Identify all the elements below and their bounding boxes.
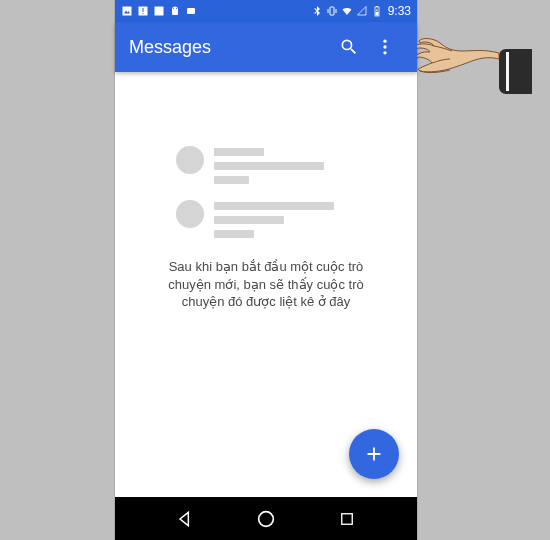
placeholder-avatar xyxy=(176,146,204,174)
recent-apps-button[interactable] xyxy=(327,499,367,539)
placeholder-row xyxy=(176,146,356,184)
back-icon xyxy=(175,509,195,529)
svg-point-6 xyxy=(173,8,174,9)
signal-icon xyxy=(356,5,368,17)
pointer-hand-illustration xyxy=(414,29,534,124)
wifi-icon xyxy=(341,5,353,17)
svg-point-17 xyxy=(383,51,386,54)
svg-rect-3 xyxy=(143,8,144,12)
svg-rect-5 xyxy=(155,7,164,16)
placeholder-line xyxy=(214,162,324,170)
svg-rect-19 xyxy=(341,513,352,524)
home-button[interactable] xyxy=(246,499,286,539)
navigation-bar xyxy=(115,497,417,540)
bluetooth-icon xyxy=(311,5,323,17)
app-title: Messages xyxy=(129,37,331,58)
battery-icon xyxy=(371,5,383,17)
placeholder-avatar xyxy=(176,200,204,228)
overflow-menu-button[interactable] xyxy=(367,29,403,65)
svg-rect-14 xyxy=(375,12,378,16)
recent-icon xyxy=(338,510,356,528)
status-time: 9:33 xyxy=(388,4,411,18)
app-bar: Messages xyxy=(115,22,417,72)
new-conversation-fab[interactable] xyxy=(349,429,399,479)
svg-point-18 xyxy=(259,511,274,526)
status-left-icons xyxy=(121,5,197,17)
svg-rect-4 xyxy=(143,13,144,14)
empty-state-illustration xyxy=(176,146,356,254)
picture-icon xyxy=(121,5,133,17)
svg-rect-8 xyxy=(187,8,195,14)
empty-state-message: Sau khi bạn bắt đầu một cuộc trò chuyện … xyxy=(151,258,381,311)
placeholder-line xyxy=(214,176,249,184)
warning-icon xyxy=(137,5,149,17)
home-icon xyxy=(255,508,277,530)
debug-icon xyxy=(185,5,197,17)
svg-rect-13 xyxy=(376,6,378,7)
svg-point-15 xyxy=(383,40,386,43)
svg-point-7 xyxy=(176,8,177,9)
app-icon xyxy=(153,5,165,17)
svg-rect-9 xyxy=(330,7,334,15)
content-area: Sau khi bạn bắt đầu một cuộc trò chuyện … xyxy=(115,72,417,497)
status-bar: 9:33 xyxy=(115,0,417,22)
phone-frame: 9:33 Messages xyxy=(115,0,417,540)
placeholder-line xyxy=(214,148,264,156)
svg-rect-0 xyxy=(123,7,132,16)
plus-icon xyxy=(363,443,385,465)
placeholder-line xyxy=(214,230,254,238)
search-icon xyxy=(339,37,359,57)
placeholder-row xyxy=(176,200,356,238)
android-icon xyxy=(169,5,181,17)
status-right-icons: 9:33 xyxy=(311,4,411,18)
placeholder-line xyxy=(214,216,284,224)
more-vert-icon xyxy=(375,37,395,57)
svg-point-16 xyxy=(383,45,386,48)
search-button[interactable] xyxy=(331,29,367,65)
placeholder-line xyxy=(214,202,334,210)
vibrate-icon xyxy=(326,5,338,17)
back-button[interactable] xyxy=(165,499,205,539)
